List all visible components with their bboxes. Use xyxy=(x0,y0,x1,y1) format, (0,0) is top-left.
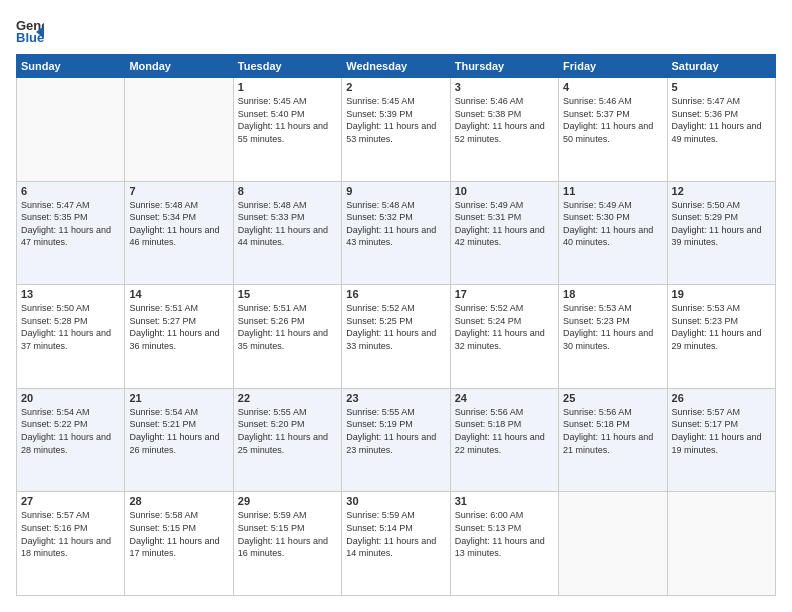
calendar-cell: 29Sunrise: 5:59 AM Sunset: 5:15 PM Dayli… xyxy=(233,492,341,596)
day-info: Sunrise: 5:50 AM Sunset: 5:28 PM Dayligh… xyxy=(21,302,120,352)
day-info: Sunrise: 5:57 AM Sunset: 5:17 PM Dayligh… xyxy=(672,406,771,456)
day-info: Sunrise: 5:54 AM Sunset: 5:21 PM Dayligh… xyxy=(129,406,228,456)
day-info: Sunrise: 5:49 AM Sunset: 5:31 PM Dayligh… xyxy=(455,199,554,249)
day-number: 8 xyxy=(238,185,337,197)
day-number: 20 xyxy=(21,392,120,404)
day-info: Sunrise: 5:52 AM Sunset: 5:25 PM Dayligh… xyxy=(346,302,445,352)
calendar-header-row: SundayMondayTuesdayWednesdayThursdayFrid… xyxy=(17,55,776,78)
day-info: Sunrise: 5:51 AM Sunset: 5:27 PM Dayligh… xyxy=(129,302,228,352)
day-number: 25 xyxy=(563,392,662,404)
day-number: 15 xyxy=(238,288,337,300)
calendar-week-row: 1Sunrise: 5:45 AM Sunset: 5:40 PM Daylig… xyxy=(17,78,776,182)
day-number: 19 xyxy=(672,288,771,300)
day-info: Sunrise: 5:58 AM Sunset: 5:15 PM Dayligh… xyxy=(129,509,228,559)
calendar-cell: 27Sunrise: 5:57 AM Sunset: 5:16 PM Dayli… xyxy=(17,492,125,596)
day-number: 27 xyxy=(21,495,120,507)
day-info: Sunrise: 5:50 AM Sunset: 5:29 PM Dayligh… xyxy=(672,199,771,249)
calendar-cell: 26Sunrise: 5:57 AM Sunset: 5:17 PM Dayli… xyxy=(667,388,775,492)
calendar-cell: 4Sunrise: 5:46 AM Sunset: 5:37 PM Daylig… xyxy=(559,78,667,182)
day-number: 2 xyxy=(346,81,445,93)
calendar-week-row: 27Sunrise: 5:57 AM Sunset: 5:16 PM Dayli… xyxy=(17,492,776,596)
calendar-cell: 7Sunrise: 5:48 AM Sunset: 5:34 PM Daylig… xyxy=(125,181,233,285)
day-info: Sunrise: 5:55 AM Sunset: 5:19 PM Dayligh… xyxy=(346,406,445,456)
day-info: Sunrise: 5:47 AM Sunset: 5:35 PM Dayligh… xyxy=(21,199,120,249)
day-number: 11 xyxy=(563,185,662,197)
day-info: Sunrise: 5:56 AM Sunset: 5:18 PM Dayligh… xyxy=(563,406,662,456)
logo: General Blue xyxy=(16,16,48,44)
calendar-week-row: 20Sunrise: 5:54 AM Sunset: 5:22 PM Dayli… xyxy=(17,388,776,492)
day-info: Sunrise: 5:59 AM Sunset: 5:14 PM Dayligh… xyxy=(346,509,445,559)
calendar-cell: 31Sunrise: 6:00 AM Sunset: 5:13 PM Dayli… xyxy=(450,492,558,596)
day-info: Sunrise: 6:00 AM Sunset: 5:13 PM Dayligh… xyxy=(455,509,554,559)
day-number: 14 xyxy=(129,288,228,300)
day-info: Sunrise: 5:51 AM Sunset: 5:26 PM Dayligh… xyxy=(238,302,337,352)
calendar-week-row: 13Sunrise: 5:50 AM Sunset: 5:28 PM Dayli… xyxy=(17,285,776,389)
col-header-friday: Friday xyxy=(559,55,667,78)
day-info: Sunrise: 5:56 AM Sunset: 5:18 PM Dayligh… xyxy=(455,406,554,456)
day-number: 12 xyxy=(672,185,771,197)
day-number: 10 xyxy=(455,185,554,197)
col-header-thursday: Thursday xyxy=(450,55,558,78)
day-number: 1 xyxy=(238,81,337,93)
calendar-cell: 6Sunrise: 5:47 AM Sunset: 5:35 PM Daylig… xyxy=(17,181,125,285)
calendar-cell: 28Sunrise: 5:58 AM Sunset: 5:15 PM Dayli… xyxy=(125,492,233,596)
calendar-cell xyxy=(667,492,775,596)
col-header-saturday: Saturday xyxy=(667,55,775,78)
calendar-cell: 20Sunrise: 5:54 AM Sunset: 5:22 PM Dayli… xyxy=(17,388,125,492)
calendar-cell: 1Sunrise: 5:45 AM Sunset: 5:40 PM Daylig… xyxy=(233,78,341,182)
day-info: Sunrise: 5:52 AM Sunset: 5:24 PM Dayligh… xyxy=(455,302,554,352)
calendar-cell: 25Sunrise: 5:56 AM Sunset: 5:18 PM Dayli… xyxy=(559,388,667,492)
calendar-week-row: 6Sunrise: 5:47 AM Sunset: 5:35 PM Daylig… xyxy=(17,181,776,285)
day-info: Sunrise: 5:54 AM Sunset: 5:22 PM Dayligh… xyxy=(21,406,120,456)
calendar-table: SundayMondayTuesdayWednesdayThursdayFrid… xyxy=(16,54,776,596)
calendar-cell: 30Sunrise: 5:59 AM Sunset: 5:14 PM Dayli… xyxy=(342,492,450,596)
day-number: 6 xyxy=(21,185,120,197)
calendar-cell: 19Sunrise: 5:53 AM Sunset: 5:23 PM Dayli… xyxy=(667,285,775,389)
calendar-cell: 16Sunrise: 5:52 AM Sunset: 5:25 PM Dayli… xyxy=(342,285,450,389)
day-info: Sunrise: 5:46 AM Sunset: 5:37 PM Dayligh… xyxy=(563,95,662,145)
day-number: 30 xyxy=(346,495,445,507)
calendar-cell: 13Sunrise: 5:50 AM Sunset: 5:28 PM Dayli… xyxy=(17,285,125,389)
day-info: Sunrise: 5:48 AM Sunset: 5:32 PM Dayligh… xyxy=(346,199,445,249)
day-info: Sunrise: 5:48 AM Sunset: 5:34 PM Dayligh… xyxy=(129,199,228,249)
day-number: 26 xyxy=(672,392,771,404)
calendar-cell: 11Sunrise: 5:49 AM Sunset: 5:30 PM Dayli… xyxy=(559,181,667,285)
calendar-cell xyxy=(17,78,125,182)
day-info: Sunrise: 5:49 AM Sunset: 5:30 PM Dayligh… xyxy=(563,199,662,249)
col-header-tuesday: Tuesday xyxy=(233,55,341,78)
calendar-cell xyxy=(125,78,233,182)
day-info: Sunrise: 5:57 AM Sunset: 5:16 PM Dayligh… xyxy=(21,509,120,559)
svg-text:Blue: Blue xyxy=(16,30,44,44)
day-number: 17 xyxy=(455,288,554,300)
calendar-cell: 14Sunrise: 5:51 AM Sunset: 5:27 PM Dayli… xyxy=(125,285,233,389)
col-header-wednesday: Wednesday xyxy=(342,55,450,78)
day-number: 9 xyxy=(346,185,445,197)
calendar-cell: 12Sunrise: 5:50 AM Sunset: 5:29 PM Dayli… xyxy=(667,181,775,285)
day-number: 7 xyxy=(129,185,228,197)
calendar-cell: 3Sunrise: 5:46 AM Sunset: 5:38 PM Daylig… xyxy=(450,78,558,182)
day-info: Sunrise: 5:59 AM Sunset: 5:15 PM Dayligh… xyxy=(238,509,337,559)
calendar-cell: 8Sunrise: 5:48 AM Sunset: 5:33 PM Daylig… xyxy=(233,181,341,285)
day-info: Sunrise: 5:53 AM Sunset: 5:23 PM Dayligh… xyxy=(672,302,771,352)
day-number: 5 xyxy=(672,81,771,93)
calendar-cell: 2Sunrise: 5:45 AM Sunset: 5:39 PM Daylig… xyxy=(342,78,450,182)
logo-icon: General Blue xyxy=(16,16,44,44)
day-number: 28 xyxy=(129,495,228,507)
calendar-cell: 9Sunrise: 5:48 AM Sunset: 5:32 PM Daylig… xyxy=(342,181,450,285)
page: General Blue SundayMondayTuesdayWednesda… xyxy=(0,0,792,612)
day-number: 21 xyxy=(129,392,228,404)
calendar-cell: 10Sunrise: 5:49 AM Sunset: 5:31 PM Dayli… xyxy=(450,181,558,285)
calendar-cell: 21Sunrise: 5:54 AM Sunset: 5:21 PM Dayli… xyxy=(125,388,233,492)
day-number: 13 xyxy=(21,288,120,300)
day-info: Sunrise: 5:47 AM Sunset: 5:36 PM Dayligh… xyxy=(672,95,771,145)
day-number: 3 xyxy=(455,81,554,93)
calendar-cell: 23Sunrise: 5:55 AM Sunset: 5:19 PM Dayli… xyxy=(342,388,450,492)
col-header-sunday: Sunday xyxy=(17,55,125,78)
calendar-cell: 24Sunrise: 5:56 AM Sunset: 5:18 PM Dayli… xyxy=(450,388,558,492)
day-number: 18 xyxy=(563,288,662,300)
calendar-cell: 18Sunrise: 5:53 AM Sunset: 5:23 PM Dayli… xyxy=(559,285,667,389)
day-number: 29 xyxy=(238,495,337,507)
calendar-cell xyxy=(559,492,667,596)
day-info: Sunrise: 5:48 AM Sunset: 5:33 PM Dayligh… xyxy=(238,199,337,249)
calendar-cell: 5Sunrise: 5:47 AM Sunset: 5:36 PM Daylig… xyxy=(667,78,775,182)
